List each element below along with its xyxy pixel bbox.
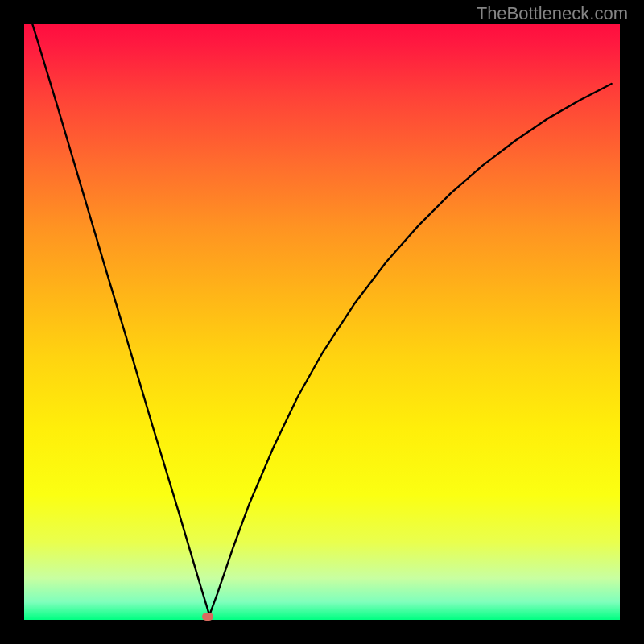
- curve-right-branch: [209, 84, 612, 615]
- bottleneck-marker: [202, 613, 213, 621]
- watermark-text: TheBottleneck.com: [477, 3, 628, 24]
- curve-left-branch: [32, 24, 209, 615]
- chart-plot-area: [24, 24, 620, 620]
- bottleneck-curve: [24, 24, 620, 620]
